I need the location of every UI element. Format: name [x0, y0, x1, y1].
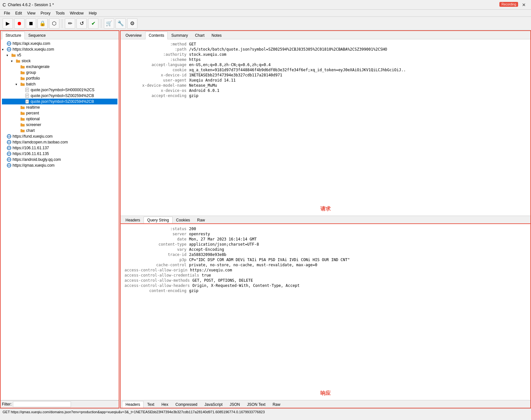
record-button[interactable]: ⏺ — [14, 18, 25, 29]
tree-item[interactable]: ▾https://stock.xueqiu.com — [2, 46, 117, 52]
tree-item[interactable]: ▾batch — [2, 81, 117, 87]
property-name: :status — [125, 227, 189, 231]
tree-label: quote.json?symbol=SZ002594%2CB — [31, 99, 94, 104]
menu-item-help[interactable]: Help — [86, 10, 99, 16]
property-row: x-device-model-nameNetease_MuMu — [125, 83, 526, 88]
tree-item[interactable]: https://api.xueqiu.com — [2, 41, 117, 46]
tree-item[interactable]: chart — [2, 128, 117, 133]
tree-item[interactable]: portfolio — [2, 75, 117, 81]
resp-subtab-compressed[interactable]: Compressed — [172, 401, 201, 408]
subtab-cookies[interactable]: Cookies — [173, 217, 194, 223]
tab-summary[interactable]: Summary — [168, 32, 191, 39]
property-name: server — [125, 232, 189, 236]
tree-item[interactable]: quote.json?symbol=SZ002594%2CB — [2, 99, 117, 104]
property-name: :path — [125, 47, 189, 52]
tab-overview[interactable]: Overview — [122, 32, 145, 39]
ssl-button[interactable]: 🔒 — [37, 18, 48, 29]
subtab-query-string[interactable]: Query String — [144, 217, 172, 224]
status-text: GET https://qmas.xueqiu.com/domains.json… — [3, 410, 265, 414]
folder-icon — [20, 111, 25, 116]
proxy-button[interactable]: ⬡ — [49, 18, 59, 29]
property-name: content-type — [125, 242, 189, 247]
menu-item-edit[interactable]: Edit — [13, 10, 25, 16]
property-name: trace-id — [125, 252, 189, 257]
resp-subtab-text[interactable]: Text — [144, 401, 158, 408]
tree-item[interactable]: ▾v5 — [2, 52, 117, 58]
property-row: varyAccept-Encoding — [125, 247, 526, 252]
property-name: accept-language — [125, 63, 189, 67]
check-button[interactable]: ✔ — [88, 18, 98, 29]
tree-item[interactable]: screener — [2, 122, 117, 128]
edit-button[interactable]: ✏ — [65, 18, 75, 29]
tree-item[interactable]: quote.json?symbol=SH000001%2CS — [2, 87, 117, 93]
tree-item[interactable]: https://qmas.xueqiu.com — [2, 162, 117, 168]
tab-notes[interactable]: Notes — [208, 32, 225, 39]
tab-structure[interactable]: Structure — [2, 32, 25, 39]
tree-item[interactable]: https://106.11.61.137 — [2, 145, 117, 151]
property-value: Netease_MuMu — [189, 83, 217, 88]
property-value: GET, POST, OPTIONS, DELETE — [192, 278, 253, 283]
property-row: cookiexq_a_token=9181d97d73f448846f4b9d6… — [125, 68, 526, 72]
tools-button[interactable]: 🔧 — [115, 18, 126, 29]
tab-sequence[interactable]: Sequence — [25, 32, 49, 39]
resp-subtab-raw[interactable]: Raw — [269, 401, 284, 408]
folder-icon — [20, 70, 25, 75]
subtab-headers[interactable]: Headers — [122, 217, 144, 223]
property-row: x-device-id1NETEASEbb23f47394e3b327cdb11… — [125, 73, 526, 77]
property-value: 1NETEASEbb23f47394e3b327cdb117a28140d971 — [189, 73, 282, 77]
tree-item[interactable]: https://android.bugly.qq.com — [2, 157, 117, 162]
menu-item-tools[interactable]: Tools — [53, 10, 67, 16]
property-row: trace-id2a58832098e93e8b — [125, 252, 526, 257]
menu-item-view[interactable]: View — [25, 10, 38, 16]
tree-item[interactable]: optional — [2, 116, 117, 122]
property-value: 2a58832098e93e8b — [189, 252, 226, 257]
tab-contents[interactable]: Contents — [145, 32, 168, 39]
subtab-raw-request[interactable]: Raw — [194, 217, 208, 223]
resp-subtab-json-text[interactable]: JSON Text — [244, 401, 269, 408]
property-row: access-control-allow-credentialstrue — [125, 273, 526, 278]
folder-icon — [20, 76, 25, 81]
tree-item[interactable]: percent — [2, 110, 117, 116]
tree-item[interactable]: quote.json?symbol=SZ002594%2CB — [2, 93, 117, 99]
tree-item[interactable]: ▾stock — [2, 58, 117, 64]
filter-input[interactable] — [13, 401, 71, 407]
tree-item[interactable]: https://fund.xueqiu.com — [2, 133, 117, 139]
tree-label: percent — [26, 111, 39, 115]
property-row: :schemehttps — [125, 57, 526, 62]
tree-item[interactable]: https://106.11.61.135 — [2, 151, 117, 157]
tree-item[interactable]: realtime — [2, 104, 117, 110]
resp-subtab-json[interactable]: JSON — [226, 401, 244, 408]
property-value: gzip — [189, 288, 198, 293]
tree-label: realtime — [26, 105, 40, 110]
property-name: p3p — [125, 258, 189, 262]
folder-icon — [20, 105, 25, 110]
cart-button[interactable]: 🛒 — [104, 18, 114, 29]
resp-subtab-headers[interactable]: Headers — [122, 401, 144, 408]
property-row: access-control-allow-headersOrigin, X-Re… — [125, 283, 526, 288]
property-name: :scheme — [125, 57, 189, 62]
left-panel: Structure Sequence https://api.xueqiu.co… — [0, 30, 119, 408]
property-name: :authority — [125, 52, 189, 57]
close-button[interactable]: ✕ — [519, 2, 528, 8]
title-bar: C Charles 4.6.2 - Session 1 * ─ □ ✕ — [0, 0, 531, 10]
property-row: access-control-allow-methodsGET, POST, O… — [125, 278, 526, 283]
tree-item[interactable]: group — [2, 70, 117, 75]
record-start-button[interactable]: ▶ — [3, 18, 13, 29]
property-row: x-device-osAndroid 6.0.1 — [125, 88, 526, 93]
resp-subtab-javascript[interactable]: JavaScript — [201, 401, 226, 408]
menu-item-file[interactable]: File — [1, 10, 13, 16]
property-value: Origin, X-Requested-With, Content-Type, … — [192, 283, 299, 288]
settings-button[interactable]: ⚙ — [127, 18, 137, 29]
menu-item-window[interactable]: Window — [67, 10, 86, 16]
refresh-button[interactable]: ↺ — [76, 18, 87, 29]
property-name: access-control-allow-origin — [125, 268, 190, 272]
response-label: 响应 — [121, 390, 530, 397]
window-title: Charles 4.6.2 - Session 1 * — [8, 3, 54, 7]
tree-item[interactable]: exchangerate — [2, 64, 117, 70]
tree-item[interactable]: https://amdcopen.m.taobao.com — [2, 139, 117, 145]
stop-button[interactable]: ⏹ — [26, 18, 36, 29]
tab-chart[interactable]: Chart — [191, 32, 208, 39]
menu-item-proxy[interactable]: Proxy — [38, 10, 53, 16]
resp-subtab-hex[interactable]: Hex — [158, 401, 172, 408]
globe-icon — [6, 47, 12, 52]
